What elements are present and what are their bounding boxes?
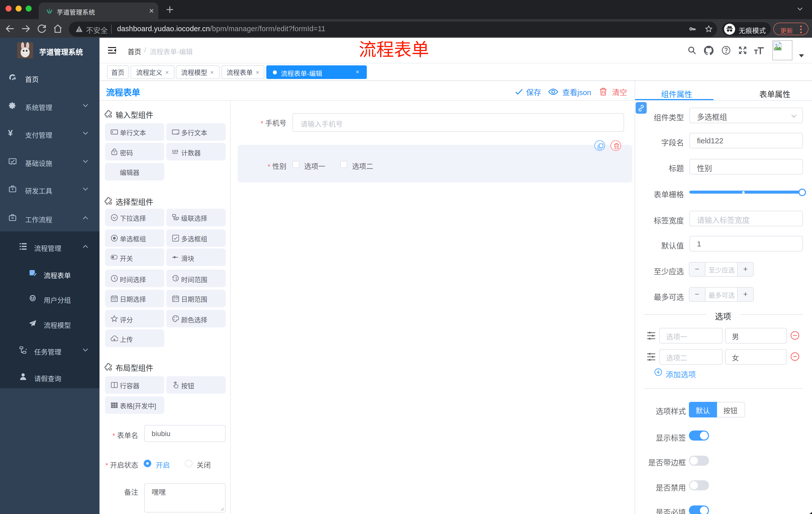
svg-text:123: 123 — [172, 149, 178, 154]
